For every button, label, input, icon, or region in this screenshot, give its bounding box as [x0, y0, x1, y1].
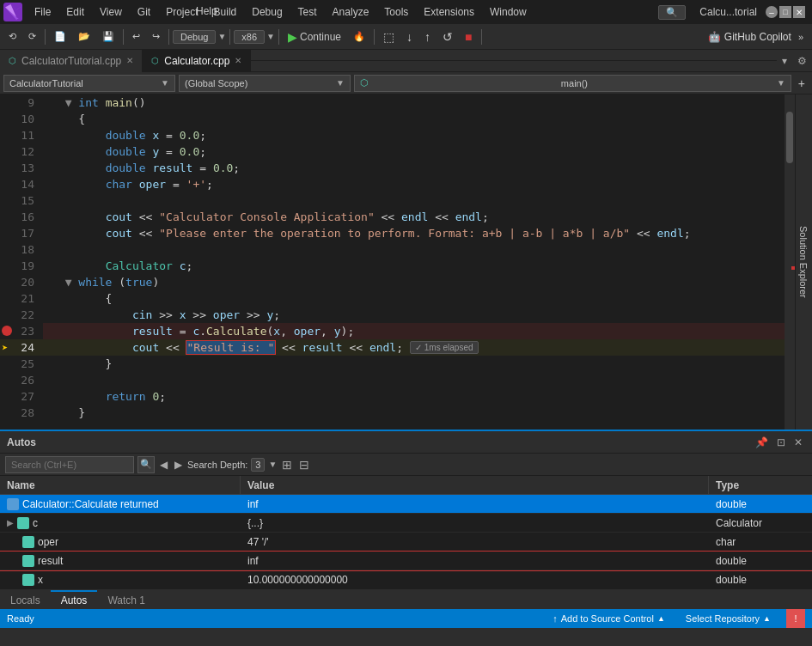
- error-indicator[interactable]: !: [786, 609, 805, 628]
- minimize-button[interactable]: –: [766, 6, 778, 18]
- tab-calculator-tutorial[interactable]: ⬡ CalculatorTutorial.cpp ✕: [0, 50, 143, 72]
- nav-plus[interactable]: +: [795, 76, 809, 90]
- toolbar-stop[interactable]: ■: [460, 28, 477, 46]
- toolbar-redo[interactable]: ↪: [147, 29, 165, 44]
- toolbar-fire[interactable]: 🔥: [348, 29, 370, 44]
- autos-panel-header: Autos 📌 ⊡ ✕: [0, 431, 812, 454]
- toolbar-forward[interactable]: ⟳: [23, 29, 41, 44]
- autos-cell-name-3: result: [0, 552, 241, 570]
- autos-row-4[interactable]: x 10.000000000000000 double: [0, 570, 812, 588]
- menu-analyze[interactable]: Analyze: [326, 4, 376, 20]
- code-line-11: double x = 0.0;: [43, 127, 785, 143]
- maximize-button[interactable]: □: [779, 6, 791, 18]
- menu-debug[interactable]: Debug: [245, 4, 289, 20]
- debug-config-dropdown[interactable]: Debug ▼: [173, 30, 226, 44]
- autos-refresh-icon[interactable]: ⊞: [280, 458, 294, 472]
- tab-close-2[interactable]: ✕: [235, 56, 241, 65]
- code-line-26: [43, 372, 785, 388]
- autos-cell-value-1: {...}: [241, 514, 709, 532]
- autos-cell-type-0: double: [709, 495, 812, 513]
- menu-edit[interactable]: Edit: [59, 4, 91, 20]
- toolbar-save[interactable]: 💾: [97, 29, 119, 44]
- close-button[interactable]: ✕: [793, 6, 805, 18]
- toolbar-open[interactable]: 📂: [73, 29, 95, 44]
- toolbar-sep-2: [123, 29, 124, 45]
- autos-float[interactable]: ⊡: [774, 436, 788, 448]
- global-scope-dropdown[interactable]: (Global Scope) ▼: [179, 75, 351, 92]
- code-content[interactable]: ▼ int main() { double x = 0.0; double y …: [43, 94, 785, 430]
- toolbar-step-out[interactable]: ↑: [419, 28, 436, 46]
- code-line-28: }: [43, 405, 785, 421]
- tab-bar-settings[interactable]: ⚙: [792, 55, 812, 67]
- tab-watch-1[interactable]: Watch 1: [97, 590, 156, 609]
- autos-row-3[interactable]: result inf double: [0, 552, 812, 570]
- autos-search-icon-btn[interactable]: 🔍: [137, 456, 155, 473]
- toolbar-restart[interactable]: ↺: [437, 28, 458, 46]
- code-line-21: {: [43, 290, 785, 307]
- code-line-19: Calculator c;: [43, 258, 785, 274]
- upload-icon: ↑: [553, 613, 558, 624]
- autos-cell-name-0: Calculator::Calculate returned: [0, 495, 241, 513]
- autos-close[interactable]: ✕: [791, 436, 805, 448]
- add-to-source-control-button[interactable]: ↑ Add to Source Control ▲: [547, 613, 670, 624]
- platform-dropdown[interactable]: x86 ▼: [234, 30, 275, 44]
- menu-view[interactable]: View: [93, 4, 129, 20]
- toolbar-new[interactable]: 📄: [49, 29, 71, 44]
- autos-collapse-icon[interactable]: ⊟: [297, 458, 311, 472]
- function-dropdown[interactable]: ⬡ main() ▼: [354, 75, 791, 92]
- toolbar-extra[interactable]: »: [793, 30, 809, 44]
- autos-cell-type-1: Calculator: [709, 514, 812, 532]
- tab-label-2: Calculator.cpp: [164, 55, 229, 67]
- autos-back-arrow[interactable]: ◀: [158, 459, 169, 471]
- editor-scrollbar[interactable]: [785, 94, 795, 430]
- continue-button[interactable]: ▶ Continue: [283, 28, 346, 46]
- solution-explorer-tab[interactable]: Solution Explorer: [795, 94, 812, 430]
- tab-icon-1: ⬡: [9, 56, 16, 65]
- line-24-num: ➤ 24: [0, 339, 43, 356]
- autos-forward-arrow[interactable]: ▶: [173, 459, 184, 471]
- autos-depth-value: 3: [251, 458, 265, 472]
- toolbar-step-over[interactable]: ⬚: [378, 28, 400, 46]
- code-line-22: cin >> x >> oper >> y;: [43, 307, 785, 323]
- toolbar-back[interactable]: ⟲: [3, 29, 21, 44]
- tab-locals[interactable]: Locals: [0, 590, 51, 609]
- select-repo-label: Select Repository: [686, 613, 760, 624]
- search-icon: 🔍: [666, 7, 678, 18]
- tab-autos[interactable]: Autos: [51, 590, 98, 609]
- tab-close-1[interactable]: ✕: [126, 56, 133, 65]
- autos-row-1[interactable]: ▶ c {...} Calculator: [0, 514, 812, 533]
- menu-help[interactable]: Help: [189, 3, 224, 19]
- search-box[interactable]: 🔍: [658, 5, 686, 20]
- status-ready: Ready: [7, 613, 34, 624]
- autos-pin[interactable]: 📌: [753, 436, 771, 448]
- autos-cell-type-4: double: [709, 570, 812, 588]
- select-repo-arrow: ▲: [763, 614, 771, 623]
- row-icon-0: [7, 498, 19, 510]
- line-numbers-gutter: 9 10 11 12 13 14 15 16 17 18 19 20 21 22…: [0, 94, 43, 430]
- autos-row-2[interactable]: oper 47 '/' char: [0, 533, 812, 552]
- code-line-9: ▼ int main(): [43, 94, 785, 111]
- status-bar: Ready ↑ Add to Source Control ▲ Select R…: [0, 609, 812, 628]
- row-expand-1[interactable]: ▶: [7, 518, 14, 527]
- menu-tools[interactable]: Tools: [377, 4, 415, 20]
- tab-icon-2: ⬡: [151, 56, 159, 65]
- menu-extensions[interactable]: Extensions: [417, 4, 481, 20]
- menu-window[interactable]: Window: [483, 4, 534, 20]
- select-repository-button[interactable]: Select Repository ▲: [681, 613, 776, 624]
- continue-label: Continue: [300, 31, 341, 43]
- menu-test[interactable]: Test: [291, 4, 324, 20]
- autos-cell-value-4: 10.000000000000000: [241, 570, 709, 588]
- autos-depth-dropdown[interactable]: ▼: [268, 460, 277, 469]
- scrollbar-thumb[interactable]: [786, 112, 793, 163]
- toolbar-undo[interactable]: ↩: [127, 29, 145, 44]
- autos-search-input[interactable]: [5, 456, 134, 473]
- toolbar-step-into[interactable]: ↓: [401, 28, 418, 46]
- tab-calculator-cpp[interactable]: ⬡ Calculator.cpp ✕: [143, 50, 251, 72]
- tab-bar-pin[interactable]: ▾: [777, 55, 792, 67]
- scope-dropdown[interactable]: CalculatorTutorial ▼: [3, 75, 175, 92]
- status-right: ↑ Add to Source Control ▲ Select Reposit…: [547, 609, 805, 628]
- autos-row-0[interactable]: Calculator::Calculate returned inf doubl…: [0, 495, 812, 514]
- github-copilot-btn[interactable]: 🤖 GitHub Copilot: [708, 31, 791, 43]
- menu-git[interactable]: Git: [131, 4, 157, 20]
- menu-file[interactable]: File: [27, 4, 58, 20]
